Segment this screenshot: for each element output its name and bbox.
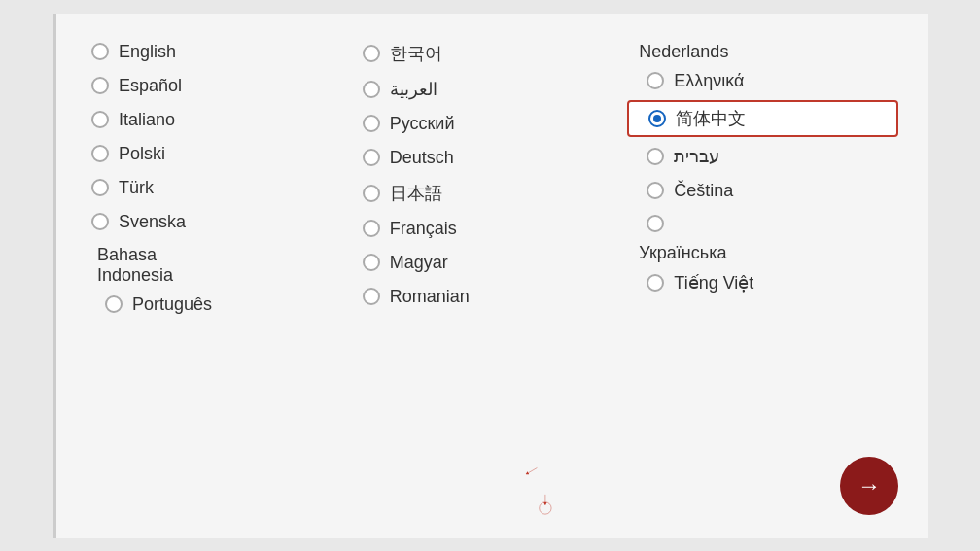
lang-item-korean[interactable]: 한국어: [357, 37, 628, 70]
radio-ellhnika[interactable]: [647, 72, 664, 89]
lang-item-magyar[interactable]: Magyar: [357, 248, 628, 278]
lang-label-deutsch: Deutsch: [390, 148, 454, 168]
radio-cestina[interactable]: [647, 182, 664, 199]
language-selection-panel: English Español Italiano Polski Türk Sve…: [52, 14, 928, 538]
lang-label-tieng-viet: Tiếng Việt: [674, 272, 753, 293]
lang-item-cestina[interactable]: Čeština: [627, 176, 898, 206]
radio-russian[interactable]: [363, 115, 380, 132]
radio-arabic[interactable]: [363, 81, 380, 98]
lang-item-english[interactable]: English: [86, 37, 357, 67]
lang-item-francais[interactable]: Français: [357, 214, 628, 244]
radio-deutsch[interactable]: [363, 149, 380, 166]
group-label-bahasa: Bahasa: [91, 240, 162, 264]
radio-romanian[interactable]: [363, 288, 380, 305]
lang-label-espanol: Español: [119, 76, 182, 96]
lang-label-portugues: Português: [132, 294, 212, 315]
radio-turk[interactable]: [91, 179, 109, 196]
lang-item-empty: [627, 210, 898, 237]
group-sublabel-indonesia: Indonesia: [91, 265, 357, 286]
lang-item-chinese-simplified[interactable]: 简体中文: [627, 100, 898, 137]
lang-item-svenska[interactable]: Svenska: [86, 207, 357, 237]
lang-item-ellhnika[interactable]: Ελληνικά: [627, 66, 898, 96]
language-column-1: English Español Italiano Polski Türk Sve…: [86, 37, 357, 441]
lang-item-portugues[interactable]: Português: [86, 290, 357, 320]
lang-label-cestina: Čeština: [674, 181, 733, 201]
language-column-2: 한국어 العربية Русский Deutsch 日本語 Français: [357, 37, 628, 441]
lang-label-italiano: Italiano: [119, 110, 175, 130]
radio-chinese-simplified[interactable]: [648, 110, 666, 127]
svg-point-2: [540, 501, 551, 513]
radio-empty[interactable]: [647, 215, 664, 232]
lang-label-russian: Русский: [390, 114, 455, 134]
lang-item-japanese[interactable]: 日本語: [357, 177, 628, 210]
lang-label-english: English: [119, 42, 176, 62]
lang-label-svenska: Svenska: [119, 212, 186, 232]
lang-item-deutsch[interactable]: Deutsch: [357, 143, 628, 173]
radio-korean[interactable]: [363, 45, 380, 62]
radio-tieng-viet[interactable]: [647, 274, 664, 292]
lang-item-romanian[interactable]: Romanian: [357, 282, 628, 312]
lang-item-arabic[interactable]: العربية: [357, 74, 628, 105]
radio-magyar[interactable]: [363, 254, 380, 271]
lang-label-magyar: Magyar: [390, 253, 448, 273]
lang-item-turk[interactable]: Türk: [86, 173, 357, 203]
lang-item-russian[interactable]: Русский: [357, 109, 628, 139]
radio-hebrew[interactable]: [647, 148, 664, 165]
radio-svenska[interactable]: [91, 213, 109, 230]
lang-label-korean: 한국어: [390, 42, 442, 65]
lang-label-hebrew: עברית: [674, 146, 719, 167]
radio-english[interactable]: [91, 43, 109, 60]
lang-label-romanian: Romanian: [390, 287, 470, 307]
lang-item-espanol[interactable]: Español: [86, 71, 357, 101]
radio-francais[interactable]: [363, 220, 380, 237]
svg-line-0: [527, 467, 537, 473]
next-button-icon: →: [858, 472, 881, 499]
radio-polski[interactable]: [91, 145, 109, 162]
lang-item-tieng-viet[interactable]: Tiếng Việt: [627, 267, 898, 298]
lang-label-turk: Türk: [119, 178, 154, 198]
radio-italiano[interactable]: [91, 111, 109, 128]
lang-item-hebrew[interactable]: עברית: [627, 141, 898, 172]
group-label-ukrainian: Українська: [633, 238, 732, 262]
radio-japanese[interactable]: [363, 185, 380, 202]
lang-label-japanese: 日本語: [390, 182, 442, 205]
footer: →: [86, 441, 898, 515]
next-button[interactable]: →: [840, 457, 898, 515]
lang-label-chinese-simplified: 简体中文: [676, 107, 746, 130]
group-label-nederlands: Nederlands: [633, 37, 734, 61]
radio-portugues[interactable]: [105, 295, 122, 313]
lang-label-ellhnika: Ελληνικά: [674, 71, 744, 91]
lang-item-polski[interactable]: Polski: [86, 139, 357, 169]
lang-label-polski: Polski: [119, 144, 165, 164]
lang-label-francais: Français: [390, 219, 457, 239]
radio-espanol[interactable]: [91, 77, 109, 94]
lang-item-italiano[interactable]: Italiano: [86, 105, 357, 135]
lang-label-arabic: العربية: [390, 79, 438, 100]
languages-grid: English Español Italiano Polski Türk Sve…: [86, 37, 898, 441]
language-column-3: Nederlands Ελληνικά 简体中文 עברית Čeština: [627, 37, 898, 441]
